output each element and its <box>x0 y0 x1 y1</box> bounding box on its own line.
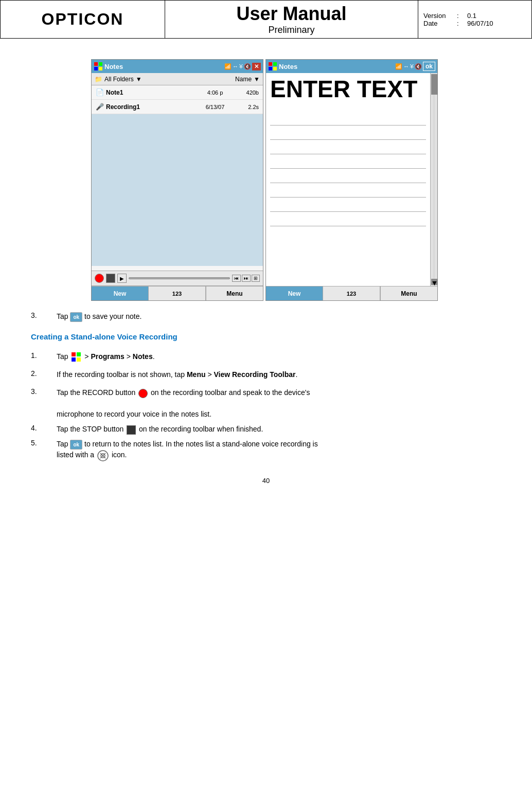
left-taskbar-title: Notes <box>104 63 223 70</box>
nav-controls: ⏮ ⏭ ⊞ <box>232 275 260 282</box>
scrollbar-down[interactable]: ▼ <box>431 279 437 285</box>
svg-rect-1 <box>99 62 102 66</box>
scrollbar[interactable]: ▼ <box>430 73 437 286</box>
note1-date: 4:06 p <box>197 89 233 96</box>
settings-button[interactable]: ⊞ <box>252 275 260 282</box>
date-value: 96/07/10 <box>467 20 493 27</box>
step2-num: 2. <box>31 369 57 378</box>
text-line-2[interactable] <box>270 125 426 140</box>
record-button[interactable] <box>95 274 104 283</box>
document-meta: Version : 0.1 Date : 96/07/10 <box>418 1 531 38</box>
note1-size: 420b <box>233 89 259 96</box>
date-colon: : <box>457 20 465 27</box>
scrollbar-thumb[interactable] <box>431 74 437 95</box>
step4-text: Tap the STOP button on the recording too… <box>57 424 501 435</box>
note1-icon: 📄 <box>96 88 104 96</box>
title-main: User Manual <box>236 3 346 25</box>
page-content: Notes 📶 ↔ Y̶ 🔇 ✕ 📁 All Folders ▼ Name ▼ <box>0 39 532 495</box>
text-line-7[interactable] <box>270 198 426 212</box>
left-taskbar: Notes 📶 ↔ Y̶ 🔇 ✕ <box>92 60 263 73</box>
left-bottom-bar: New 123 Menu <box>92 286 263 300</box>
close-button[interactable]: ✕ <box>252 63 261 70</box>
recording1-size: 2.2s <box>233 104 259 110</box>
notes-list: 📄 Note1 4:06 p 420b 🎤 Recording1 6/13/07… <box>92 85 263 271</box>
new-button[interactable]: New <box>92 286 149 300</box>
signal-icon: 📶 <box>224 63 232 70</box>
text-entry-body: ENTER TEXT ▼ <box>266 73 437 286</box>
text-line-6[interactable] <box>270 183 426 198</box>
section-title: Creating a Stand-alone Voice Recording <box>31 332 501 341</box>
right-wifi-icon: ↔ <box>403 63 409 69</box>
version-value: 0.1 <box>467 12 476 20</box>
keyboard-button[interactable]: 123 <box>149 286 206 300</box>
step5-ok-icon: ok <box>70 440 82 450</box>
text-line-8[interactable] <box>270 212 426 226</box>
section-heading-container: Creating a Stand-alone Voice Recording <box>21 332 511 341</box>
svg-rect-5 <box>273 62 277 66</box>
text-line-3[interactable] <box>270 140 426 154</box>
menu-button[interactable]: Menu <box>206 286 263 300</box>
page-header: OPTICON User Manual Preliminary Version … <box>0 0 532 39</box>
svg-rect-11 <box>77 357 81 362</box>
recording1-icon: 🎤 <box>96 103 104 111</box>
recording1-row[interactable]: 🎤 Recording1 6/13/07 2.2s <box>92 100 263 114</box>
sort-arrow-icon: ▼ <box>254 76 260 83</box>
note1-row[interactable]: 📄 Note1 4:06 p 420b <box>92 85 263 100</box>
windows-logo-icon <box>94 62 103 71</box>
step3-text: Tap ok to save your note. <box>57 311 501 322</box>
text-line-5[interactable] <box>270 169 426 183</box>
right-taskbar: Notes 📶 ↔ Y̶ 🔇 ok <box>266 60 437 73</box>
antenna-icon: Y̶ <box>239 63 243 70</box>
right-menu-button[interactable]: Menu <box>380 286 437 300</box>
step3-save: 3. Tap ok to save your note. <box>21 311 511 322</box>
right-signal-icon: 📶 <box>395 63 402 70</box>
svg-rect-0 <box>94 62 98 66</box>
step1-text: Tap > Programs > Notes. <box>57 351 501 362</box>
step5-text: Tap ok to return to the notes list. In t… <box>57 439 501 461</box>
title-sub: Preliminary <box>268 25 314 35</box>
step2-item: 2. If the recording toolbar is not shown… <box>31 369 501 380</box>
progress-slider[interactable] <box>129 277 230 279</box>
all-folders-label[interactable]: All Folders <box>104 76 134 83</box>
step5-num: 5. <box>31 439 57 447</box>
prev-button[interactable]: ⏮ <box>232 275 241 282</box>
notes-label: Notes <box>133 352 153 361</box>
step3-item: 3. Tap the RECORD button on the recordin… <box>31 387 501 420</box>
text-line-4[interactable] <box>270 154 426 169</box>
record-icon <box>138 389 148 398</box>
left-menu-bar: 📁 All Folders ▼ Name ▼ <box>92 73 263 85</box>
text-line-1[interactable] <box>270 111 426 125</box>
right-keyboard-button[interactable]: 123 <box>323 286 380 300</box>
voice-recording-icon <box>97 450 109 461</box>
stop-button[interactable] <box>106 274 115 283</box>
step4-item: 4. Tap the STOP button on the recording … <box>31 424 501 435</box>
note1-name: Note1 <box>106 89 197 96</box>
name-sort-label[interactable]: Name <box>235 76 252 83</box>
date-label: Date <box>423 20 454 27</box>
version-label: Version <box>423 12 454 20</box>
inline-ok-icon: ok <box>70 312 82 322</box>
version-row: Version : 0.1 <box>423 12 526 20</box>
view-recording-toolbar-label: View Recording Toolbar <box>214 370 295 379</box>
recording1-name: Recording1 <box>106 103 197 111</box>
right-taskbar-icons: 📶 ↔ Y̶ 🔇 ok <box>395 62 435 71</box>
text-lines-area <box>270 111 426 282</box>
right-antenna-icon: Y̶ <box>410 63 414 70</box>
voice-recording-steps: 1. Tap > Programs > Notes. 2. If the rec… <box>21 351 511 461</box>
step3-save-item: 3. Tap ok to save your note. <box>31 311 501 322</box>
step4-num: 4. <box>31 424 57 432</box>
next-button[interactable]: ⏭ <box>242 275 251 282</box>
svg-rect-8 <box>72 352 76 356</box>
right-new-button[interactable]: New <box>266 286 323 300</box>
dropdown-arrow-icon: ▼ <box>136 76 142 83</box>
wifi-icon: ↔ <box>233 63 238 69</box>
right-volume-icon: 🔇 <box>415 63 422 70</box>
volume-icon: 🔇 <box>244 63 251 70</box>
enter-text-label: ENTER TEXT <box>270 77 426 101</box>
company-logo: OPTICON <box>1 1 165 38</box>
play-button[interactable]: ▶ <box>117 274 127 283</box>
stop-icon <box>127 425 136 435</box>
left-taskbar-icons: 📶 ↔ Y̶ 🔇 ✕ <box>224 63 261 70</box>
ok-button[interactable]: ok <box>423 62 435 71</box>
svg-rect-10 <box>72 357 76 362</box>
